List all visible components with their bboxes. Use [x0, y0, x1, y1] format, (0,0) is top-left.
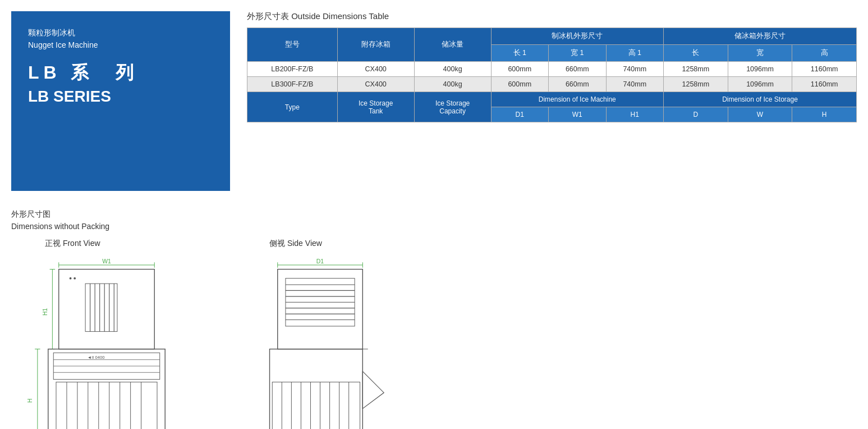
- cell-tank-1: CX400: [337, 62, 414, 77]
- svg-text:H1: H1: [42, 308, 48, 316]
- series-en: LB SERIES: [28, 88, 213, 106]
- dimensions-label: 外形尺寸图 Dimensions without Packing: [11, 208, 857, 233]
- cell-capacity-2: 400kg: [414, 77, 491, 92]
- col-tank-zh: 附存冰箱: [337, 28, 414, 62]
- table-section: 外形尺寸表 Outside Dimensions Table 型号 附存冰箱 储…: [247, 11, 857, 191]
- svg-text:◄II  0400: ◄II 0400: [88, 354, 105, 359]
- cell-model-1: LB200F-FZ/B: [247, 62, 338, 77]
- col-w1: 宽 1: [549, 45, 607, 62]
- svg-rect-4: [59, 269, 155, 349]
- svg-rect-62: [272, 382, 360, 429]
- col-h: 高: [792, 45, 857, 62]
- cell-l1-1: 600mm: [491, 62, 549, 77]
- svg-rect-49: [278, 269, 363, 349]
- col-capacity-en: Ice StorageCapacity: [414, 92, 491, 122]
- table-row: LB200F-FZ/B CX400 400kg 600mm 660mm 740m…: [247, 62, 857, 77]
- subtitle-zh: 颗粒形制冰机: [28, 28, 213, 38]
- en-header-row: Type Ice StorageTank Ice StorageCapacity…: [247, 92, 857, 107]
- cell-h1-2: 740mm: [606, 77, 664, 92]
- brand-box: 颗粒形制冰机 Nugget Ice Machine LB 系 列 LB SERI…: [11, 11, 230, 191]
- front-view-title: 正视 Front View: [45, 239, 100, 249]
- col-machine-dim-zh: 制冰机外形尺寸: [491, 28, 664, 45]
- dimensions-en: Dimensions without Packing: [11, 222, 109, 231]
- dimensions-table: 型号 附存冰箱 储冰量 制冰机外形尺寸 储冰箱外形尺寸 长 1 宽 1 高 1 …: [247, 28, 857, 122]
- col-type-en: Type: [247, 92, 338, 122]
- col-l: 长: [664, 45, 728, 62]
- col-d-en: D: [664, 107, 728, 122]
- bottom-section: 外形尺寸图 Dimensions without Packing 正视 Fron…: [11, 208, 857, 429]
- cell-w1-2: 660mm: [549, 77, 607, 92]
- svg-point-12: [70, 277, 72, 280]
- col-storage-dim-zh: 储冰箱外形尺寸: [664, 28, 857, 45]
- diagrams-row: 正视 Front View W1: [11, 239, 857, 429]
- cell-tank-2: CX400: [337, 77, 414, 92]
- col-storage-dim-en: Dimension of Ice Storage: [664, 92, 857, 107]
- cell-h1-1: 740mm: [606, 62, 664, 77]
- side-view-svg: D1: [236, 254, 415, 429]
- cell-l-1: 1258mm: [664, 62, 728, 77]
- col-l1: 长 1: [491, 45, 549, 62]
- svg-point-13: [74, 277, 76, 280]
- cell-w1-1: 660mm: [549, 62, 607, 77]
- dimensions-zh: 外形尺寸图: [11, 209, 50, 218]
- side-view-container: 侧视 Side View D1: [236, 239, 415, 429]
- table-row: LB300F-FZ/B CX400 400kg 600mm 660mm 740m…: [247, 77, 857, 92]
- col-w1-en: W1: [549, 107, 607, 122]
- side-view-title: 侧视 Side View: [269, 239, 322, 249]
- cell-l-2: 1258mm: [664, 77, 728, 92]
- svg-rect-18: [48, 349, 165, 429]
- col-model: 型号: [247, 28, 338, 62]
- cell-w-2: 1096mm: [728, 77, 792, 92]
- svg-rect-24: [56, 382, 157, 429]
- cell-w-1: 1096mm: [728, 62, 792, 77]
- col-d1: D1: [491, 107, 549, 122]
- series-zh: LB 系 列: [28, 61, 213, 85]
- front-view-container: 正视 Front View W1: [11, 239, 202, 429]
- cell-model-2: LB300F-FZ/B: [247, 77, 338, 92]
- col-machine-dim-en: Dimension of Ice Machine: [491, 92, 664, 107]
- cell-h-2: 1160mm: [792, 77, 857, 92]
- cell-h-1: 1160mm: [792, 62, 857, 77]
- cell-l1-2: 600mm: [491, 77, 549, 92]
- svg-marker-60: [362, 371, 384, 408]
- table-title: 外形尺寸表 Outside Dimensions Table: [247, 11, 857, 22]
- front-view-svg: W1 H1: [11, 254, 202, 429]
- col-w-en: W: [728, 107, 792, 122]
- top-section: 颗粒形制冰机 Nugget Ice Machine LB 系 列 LB SERI…: [11, 11, 857, 191]
- cell-capacity-1: 400kg: [414, 62, 491, 77]
- svg-text:W1: W1: [102, 258, 111, 264]
- col-capacity-zh: 储冰量: [414, 28, 491, 62]
- svg-text:H: H: [27, 399, 33, 403]
- col-w: 宽: [728, 45, 792, 62]
- subtitle-en: Nugget Ice Machine: [28, 40, 213, 49]
- col-h-en: H: [792, 107, 857, 122]
- col-tank-en: Ice StorageTank: [337, 92, 414, 122]
- col-h1-en: H1: [606, 107, 664, 122]
- col-h1: 高 1: [606, 45, 664, 62]
- svg-text:D1: D1: [316, 258, 324, 264]
